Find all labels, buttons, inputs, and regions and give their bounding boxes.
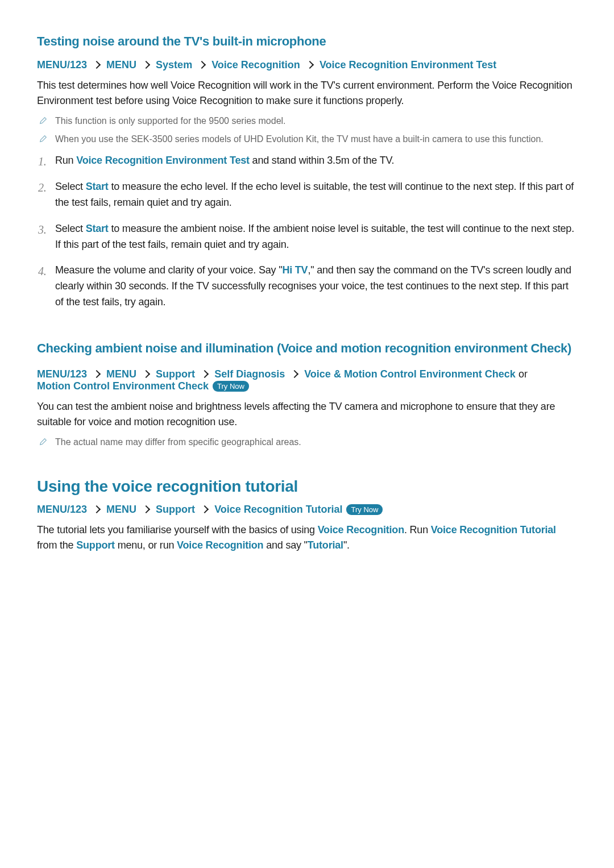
breadcrumb-item: MENU <box>106 368 136 380</box>
inline-term: Voice Recognition <box>318 524 404 535</box>
breadcrumb-item: Self Diagnosis <box>214 368 285 380</box>
step-item: Select Start to measure the ambient nois… <box>37 221 577 253</box>
breadcrumb-item: Support <box>156 504 195 515</box>
try-now-badge[interactable]: Try Now <box>346 504 383 515</box>
pencil-icon <box>39 437 47 447</box>
breadcrumb-item: MENU/123 <box>37 59 87 70</box>
inline-term: Start <box>86 181 109 192</box>
pencil-icon <box>39 115 47 126</box>
breadcrumb-item: MENU <box>106 504 136 515</box>
inline-term: Voice Recognition <box>177 539 263 551</box>
chevron-right-icon <box>93 505 101 513</box>
section-heading: Checking ambient noise and illumination … <box>37 339 577 358</box>
note-item: When you use the SEK-3500 series models … <box>39 132 577 146</box>
step-item: Run Voice Recognition Environment Test a… <box>37 153 577 169</box>
body-text: The tutorial lets you familiarise yourse… <box>37 522 577 553</box>
breadcrumb: MENU/123 MENU Support Voice Recognition … <box>37 504 577 516</box>
body-text: You can test the ambient noise and brigh… <box>37 399 577 430</box>
chevron-right-icon <box>142 61 150 69</box>
inline-term: Start <box>86 223 109 234</box>
chevron-right-icon <box>291 370 298 378</box>
inline-term: Voice Recognition Environment Test <box>76 155 250 166</box>
chevron-right-icon <box>201 505 209 513</box>
note-item: This function is only supported for the … <box>39 114 577 128</box>
breadcrumb: MENU/123 MENU System Voice Recognition V… <box>37 59 577 71</box>
chevron-right-icon <box>198 61 206 69</box>
section-heading: Testing noise around the TV's built-in m… <box>37 34 577 49</box>
breadcrumb-item: Voice Recognition <box>211 59 300 70</box>
breadcrumb-item: Voice Recognition Tutorial <box>214 504 342 515</box>
breadcrumb-item: Voice & Motion Control Environment Check <box>304 368 516 380</box>
step-list: Run Voice Recognition Environment Test a… <box>37 153 577 310</box>
chevron-right-icon <box>142 505 150 513</box>
try-now-badge[interactable]: Try Now <box>213 381 249 392</box>
note-text: When you use the SEK-3500 series models … <box>55 132 544 146</box>
inline-term: Hi TV <box>282 264 308 276</box>
section-heading: Using the voice recognition tutorial <box>37 477 577 496</box>
breadcrumb-item: Motion Control Environment Check <box>37 380 209 392</box>
note-text: This function is only supported for the … <box>55 114 286 128</box>
breadcrumb-item: Support <box>156 368 195 380</box>
body-text: This test determines how well Voice Reco… <box>37 78 577 109</box>
chevron-right-icon <box>93 370 101 378</box>
section-testing-noise: Testing noise around the TV's built-in m… <box>37 34 577 310</box>
breadcrumb-item: MENU/123 <box>37 368 87 380</box>
pencil-icon <box>39 134 47 144</box>
chevron-right-icon <box>201 370 209 378</box>
breadcrumb-item: MENU/123 <box>37 504 87 515</box>
step-item: Measure the volume and clarity of your v… <box>37 263 577 310</box>
section-tutorial: Using the voice recognition tutorial MEN… <box>37 477 577 553</box>
chevron-right-icon <box>93 61 101 69</box>
section-ambient-check: Checking ambient noise and illumination … <box>37 339 577 449</box>
inline-term: Support <box>76 539 115 551</box>
breadcrumb-item: System <box>156 59 192 70</box>
chevron-right-icon <box>306 61 314 69</box>
breadcrumb-item: Voice Recognition Environment Test <box>320 59 496 70</box>
chevron-right-icon <box>142 370 150 378</box>
step-item: Select Start to measure the echo level. … <box>37 179 577 211</box>
inline-term: Tutorial <box>308 539 343 551</box>
breadcrumb-item: MENU <box>106 59 136 70</box>
breadcrumb: MENU/123 MENU Support Self Diagnosis Voi… <box>37 368 577 392</box>
inline-term: Voice Recognition Tutorial <box>431 524 556 535</box>
note-item: The actual name may differ from specific… <box>39 435 577 449</box>
note-text: The actual name may differ from specific… <box>55 435 301 449</box>
